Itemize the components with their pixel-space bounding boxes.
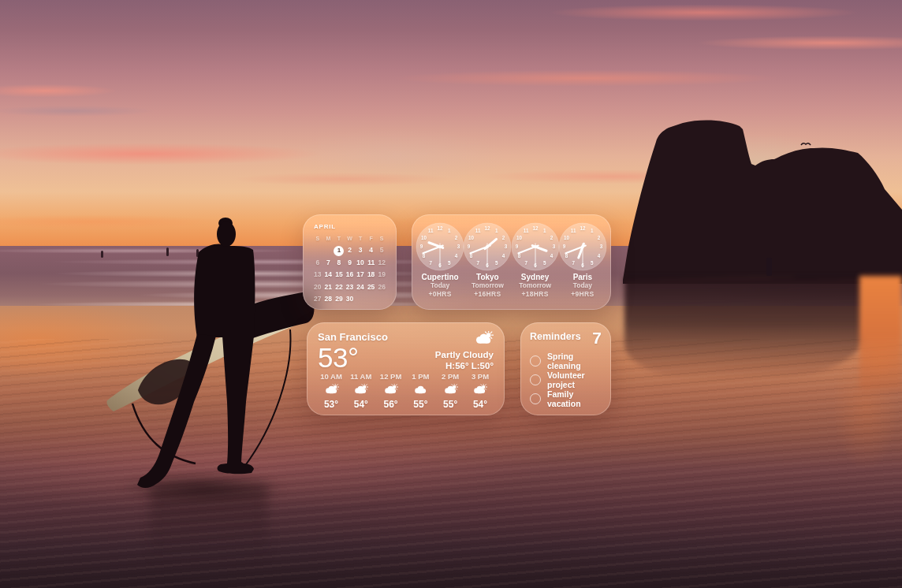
weather-widget[interactable]: San Francisco 53° Partly Cloudy H:56° L:… — [307, 322, 505, 415]
bird-icon — [801, 143, 811, 145]
analog-clock-face: 121234567891011 — [558, 222, 607, 271]
analog-clock-face: 121234567891011 — [463, 222, 512, 271]
calendar-day-cell: 15 — [334, 269, 345, 281]
world-clock-widget[interactable]: 121234567891011 CupertinoToday+0HRS 1212… — [412, 214, 611, 310]
svg-text:11: 11 — [523, 228, 528, 233]
calendar-day-cell: 20 — [312, 281, 323, 293]
desktop-wallpaper: APRIL SMTWTFS123456789101112131415161718… — [0, 0, 902, 588]
svg-text:3: 3 — [600, 244, 603, 249]
calendar-day-cell: 17 — [355, 269, 366, 281]
reminder-item[interactable]: Volunteer project — [530, 370, 602, 389]
calendar-day-cell: 6 — [312, 257, 323, 269]
svg-text:9: 9 — [515, 244, 518, 249]
reminder-item[interactable]: Spring cleaning — [530, 352, 602, 370]
analog-clock-face: 121234567891011 — [511, 222, 560, 271]
calendar-day-cell: 16 — [345, 269, 356, 281]
calendar-today-cell: 1 — [334, 244, 345, 256]
calendar-day-cell: 24 — [355, 281, 366, 293]
sun-reflection-column — [859, 276, 902, 390]
svg-text:11: 11 — [571, 228, 576, 233]
calendar-day-cell — [366, 293, 377, 305]
calendar-grid: SMTWTFS123456789101112131415161718192021… — [312, 233, 387, 305]
calendar-day-cell — [355, 293, 366, 305]
clock-day-label: Tomorrow — [519, 281, 551, 290]
weather-hour-column: 2 PM 55° — [437, 372, 464, 410]
svg-text:12: 12 — [532, 225, 539, 231]
calendar-day-header: S — [376, 233, 387, 244]
partly-cloudy-icon — [383, 384, 398, 394]
hour-temp: 56° — [384, 399, 398, 410]
calendar-day-cell: 25 — [366, 281, 377, 293]
partly-cloudy-icon — [474, 331, 494, 344]
calendar-day-cell — [376, 293, 387, 305]
svg-text:2: 2 — [502, 235, 505, 240]
reminder-complete-circle[interactable] — [530, 393, 541, 404]
partly-cloudy-icon — [324, 384, 339, 394]
weather-high-low: H:56° L:50° — [445, 360, 494, 371]
svg-text:5: 5 — [543, 260, 546, 266]
clock-city-name: Paris — [573, 273, 592, 281]
weather-hour-column: 11 AM 54° — [348, 372, 375, 410]
calendar-day-cell: 29 — [334, 293, 345, 305]
weather-condition: Partly Cloudy — [435, 349, 494, 360]
weather-hourly-row: 10 AM 53°11 AM 54°12 PM 56°1 PM 55°2 PM … — [318, 372, 494, 410]
svg-text:10: 10 — [564, 235, 570, 240]
weather-city: San Francisco — [318, 331, 388, 343]
svg-text:2: 2 — [455, 235, 458, 240]
svg-text:1: 1 — [543, 228, 546, 233]
clock-offset-label: +9HRS — [571, 290, 594, 299]
hour-temp: 55° — [413, 399, 427, 410]
clock-day-label: Today — [430, 281, 449, 290]
clock-day-label: Tomorrow — [472, 281, 504, 290]
hour-temp: 54° — [354, 399, 368, 410]
clock-city-name: Cupertino — [422, 273, 459, 281]
surfer-silhouette — [87, 203, 323, 519]
svg-text:10: 10 — [468, 235, 475, 240]
calendar-day-cell: 3 — [355, 244, 366, 256]
svg-text:5: 5 — [591, 260, 594, 266]
calendar-day-cell: 19 — [376, 269, 387, 281]
hour-label: 11 AM — [350, 372, 371, 381]
svg-text:9: 9 — [420, 244, 423, 249]
hour-temp: 53° — [324, 399, 338, 410]
calendar-day-cell: 26 — [376, 281, 387, 293]
calendar-day-cell: 21 — [323, 281, 334, 293]
weather-current-temp: 53° — [318, 343, 388, 372]
reminder-item[interactable]: Family vacation — [530, 389, 602, 408]
clock-day-label: Today — [573, 281, 592, 290]
calendar-day-header: W — [345, 233, 356, 244]
hour-label: 3 PM — [472, 372, 489, 381]
partly-cloudy-icon — [472, 384, 487, 394]
reminders-widget[interactable]: Reminders 7 Spring cleaningVolunteer pro… — [520, 322, 611, 415]
svg-text:7: 7 — [572, 260, 575, 266]
reminder-complete-circle[interactable] — [530, 355, 541, 367]
svg-text:12: 12 — [485, 225, 491, 231]
reminder-complete-circle[interactable] — [530, 374, 541, 385]
svg-text:3: 3 — [457, 244, 460, 249]
calendar-day-cell: 5 — [376, 244, 387, 256]
surfer-front-leg — [137, 334, 216, 488]
calendar-day-cell: 18 — [366, 269, 377, 281]
svg-text:9: 9 — [563, 244, 566, 249]
svg-text:7: 7 — [477, 260, 480, 266]
calendar-widget[interactable]: APRIL SMTWTFS123456789101112131415161718… — [303, 214, 397, 310]
svg-text:5: 5 — [448, 260, 451, 266]
surfer-torso — [194, 244, 255, 337]
hour-label: 12 PM — [380, 372, 401, 381]
hour-label: 2 PM — [442, 372, 459, 381]
svg-text:2: 2 — [598, 235, 601, 240]
svg-text:12: 12 — [438, 225, 444, 231]
distant-person — [766, 258, 772, 276]
clock-row: 121234567891011 CupertinoToday+0HRS 1212… — [416, 222, 606, 305]
reminder-label: Family vacation — [547, 389, 602, 408]
clock-offset-label: +0HRS — [429, 290, 452, 299]
reminder-label: Volunteer project — [547, 370, 602, 389]
svg-text:4: 4 — [455, 253, 458, 259]
calendar-day-cell: 7 — [323, 257, 334, 269]
hour-temp: 54° — [473, 399, 487, 410]
svg-text:1: 1 — [495, 228, 498, 233]
reminders-count-badge: 7 — [592, 329, 602, 347]
partly-cloudy-icon — [353, 384, 368, 394]
svg-text:2: 2 — [550, 235, 553, 240]
calendar-day-cell — [312, 244, 323, 256]
